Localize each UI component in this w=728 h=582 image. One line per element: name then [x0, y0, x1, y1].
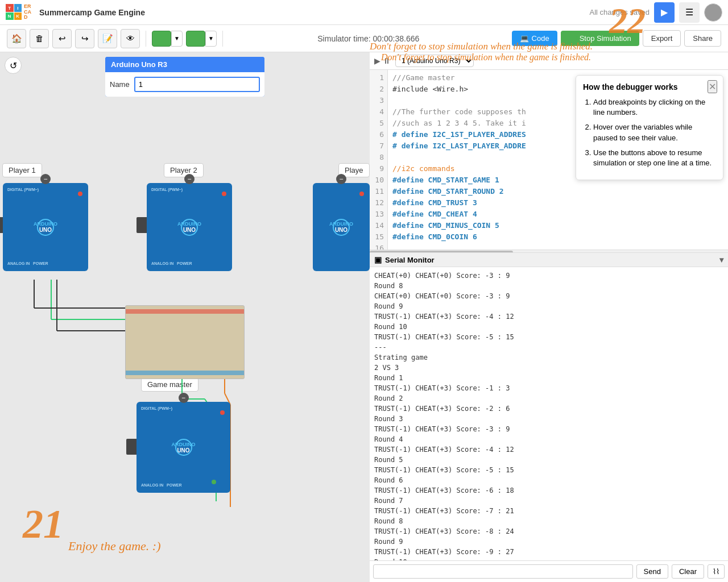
- debugger-title: How the debugger works: [583, 82, 716, 92]
- ln-16: 16: [370, 243, 387, 250]
- arduino-board-1[interactable]: − DIGITAL (PWM~) ARDUINO UNO ANALOG IN P…: [3, 183, 88, 271]
- uno-circle-3: ARDUINO UNO: [333, 219, 350, 236]
- annotation-21: 21: [23, 501, 64, 548]
- uno-circle-2: ARDUINO UNO: [181, 219, 198, 236]
- ln-5: 5: [370, 118, 387, 129]
- step-btn[interactable]: ⏸: [383, 56, 391, 65]
- right-panel: Don't forget to stop simulation when the…: [370, 52, 728, 582]
- share-btn[interactable]: Share: [684, 30, 721, 47]
- serial-graph-btn[interactable]: ⌇⌇: [708, 564, 725, 579]
- uno-logo-3: ARDUINO UNO: [329, 221, 353, 233]
- arduino-name-header: Arduino Uno R3: [105, 57, 264, 72]
- canvas-area[interactable]: ↺ Arduino Uno R3 Name Player 1 Player 2 …: [0, 52, 370, 582]
- led-3: [359, 192, 364, 196]
- bb-red-strip: [126, 309, 244, 314]
- stop-simulation-btn[interactable]: Stop Simulation: [561, 31, 639, 46]
- color-btn[interactable]: [152, 31, 171, 47]
- play-btn[interactable]: ▶: [374, 56, 380, 65]
- arduino-name-popup: Arduino Uno R3 Name: [105, 57, 264, 97]
- logo-n: N: [6, 13, 14, 20]
- ln-4: 4: [370, 106, 387, 118]
- code-btn[interactable]: 💻 Code: [512, 31, 557, 46]
- undo-btn[interactable]: ↩: [52, 29, 72, 48]
- wire-btn[interactable]: [186, 31, 205, 47]
- serial-expand-btn[interactable]: ▾: [719, 255, 723, 264]
- green-led-gm: [212, 480, 216, 484]
- arduino-name-label: Name: [110, 80, 130, 89]
- ln-6: 6: [370, 129, 387, 140]
- debugger-tooltip: How the debugger works ✕ Add breakpoints…: [576, 75, 723, 180]
- led-gm: [220, 410, 225, 415]
- debugger-close-btn[interactable]: ✕: [708, 80, 717, 93]
- list-icon-btn[interactable]: ☰: [679, 2, 700, 23]
- avatar[interactable]: [704, 3, 722, 22]
- arduino-board-2[interactable]: − DIGITAL (PWM~) ARDUINO UNO ANALOG IN P…: [147, 183, 232, 271]
- usb-connector-1: [0, 217, 3, 233]
- logo-i: I: [14, 4, 22, 12]
- annotation-enjoy: Enjoy the game. :): [68, 539, 161, 554]
- arduino-digital-label-2: DIGITAL (PWM~): [151, 188, 183, 192]
- uno-model-gm: UNO: [172, 447, 196, 454]
- uno-logo-gm: ARDUINO UNO: [172, 442, 196, 454]
- uno-model: UNO: [34, 227, 57, 233]
- video-icon-btn[interactable]: ▶: [654, 2, 675, 23]
- breadboard-inner: [126, 306, 244, 379]
- code-label: Code: [532, 34, 549, 43]
- sim-time: Simulator time: 00:00:38.666: [229, 34, 508, 43]
- led-2: [222, 192, 226, 196]
- serial-input[interactable]: [373, 564, 633, 579]
- redo-btn[interactable]: ↪: [75, 29, 94, 48]
- code-line-6: # define I2C_1ST_PLAYER_ADDRES # define …: [392, 130, 526, 150]
- notes-btn[interactable]: 📝: [98, 29, 117, 48]
- bb-holes: [128, 317, 242, 367]
- logo-t: T: [6, 4, 14, 12]
- send-btn[interactable]: Send: [636, 564, 668, 579]
- ln-13: 13: [370, 209, 387, 220]
- code-scrollbar-thumb[interactable]: [370, 251, 513, 252]
- usb-connector-gm: [126, 439, 136, 455]
- uno-circle-1: ARDUINO UNO: [37, 219, 54, 236]
- debugger-steps: Add breakpoints by clicking on the line …: [583, 97, 716, 168]
- uno-brand-2: ARDUINO: [177, 221, 201, 227]
- ln-7: 7: [370, 140, 387, 152]
- rotate-btn[interactable]: ↺: [5, 57, 22, 74]
- arduino-analog-label-2: ANALOG IN POWER: [151, 261, 192, 265]
- ln-10: 10: [370, 174, 387, 186]
- arduino-digital-label-gm: DIGITAL (PWM~): [141, 406, 172, 410]
- topbar: T I N K ERCAD Summercamp Game Engine All…: [0, 0, 728, 25]
- breadboard: [125, 305, 245, 379]
- arduino-board-gamemaster[interactable]: − DIGITAL (PWM~) ARDUINO UNO ANALOG IN P…: [136, 402, 230, 493]
- export-btn[interactable]: Export: [643, 30, 681, 47]
- view-btn[interactable]: 👁: [121, 29, 140, 48]
- code-line-1: ///Game master: [392, 73, 455, 82]
- ln-8: 8: [370, 152, 387, 163]
- arduino-selector[interactable]: 1 (Arduino Uno R3): [395, 55, 474, 67]
- code-scrollbar[interactable]: [370, 250, 728, 252]
- wire-dropdown-btn[interactable]: ▼: [205, 31, 217, 47]
- clear-btn[interactable]: Clear: [672, 564, 704, 579]
- arduino-board-3[interactable]: − ARDUINO UNO: [313, 183, 370, 271]
- arduino-analog-label-gm: ANALOG IN POWER: [141, 483, 182, 487]
- color-dropdown-btn[interactable]: ▼: [171, 31, 183, 47]
- ln-12: 12: [370, 197, 387, 209]
- arduino-analog-label-1: ANALOG IN POWER: [7, 261, 48, 265]
- code-header: ▶ ⏸ 1 (Arduino Uno R3): [370, 52, 728, 70]
- code-line-10: #define CMD_START_GAME 1 #define CMD_STA…: [392, 176, 504, 241]
- logo: T I N K ERCAD: [6, 4, 31, 21]
- arduino-name-body: Name: [105, 72, 264, 97]
- logo-k: K: [14, 13, 22, 20]
- gamemaster-label: Game master: [141, 377, 198, 392]
- arduino-name-input[interactable]: [134, 77, 260, 92]
- led-1: [78, 192, 82, 196]
- main: ↺ Arduino Uno R3 Name Player 1 Player 2 …: [0, 52, 728, 582]
- playback-controls: ▶ ⏸: [374, 56, 391, 65]
- ln-15: 15: [370, 231, 387, 243]
- home-btn[interactable]: 🏠: [7, 29, 26, 48]
- uno-brand: ARDUINO: [34, 221, 57, 227]
- uno-logo-2: ARDUINO UNO: [177, 221, 201, 233]
- delete-btn[interactable]: 🗑: [30, 29, 49, 48]
- uno-brand-3: ARDUINO: [329, 221, 353, 227]
- debugger-step-3: Use the buttons above to resume simulati…: [593, 148, 716, 168]
- code-line-4: //The further code supposes th //such as…: [392, 107, 526, 127]
- ln-3: 3: [370, 95, 387, 106]
